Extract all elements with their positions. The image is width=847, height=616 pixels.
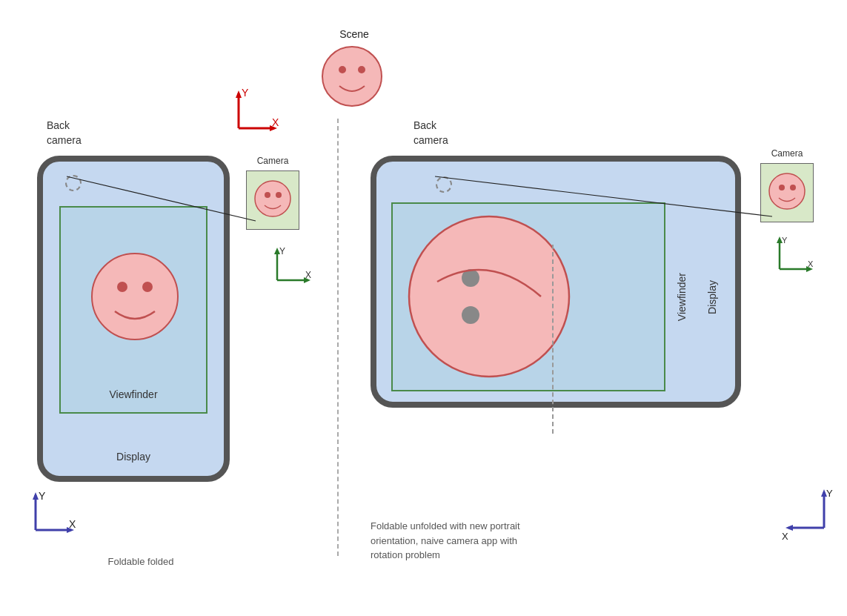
svg-marker-4 bbox=[236, 90, 242, 98]
connector-line-left bbox=[37, 156, 304, 304]
scene-face bbox=[319, 43, 385, 110]
foldable-caption-left: Foldable folded bbox=[52, 556, 230, 567]
main-container: Scene Y X Backcamera bbox=[0, 0, 847, 616]
coord-sensor-left: Y X bbox=[267, 245, 319, 289]
svg-point-29 bbox=[462, 306, 479, 324]
svg-point-2 bbox=[358, 66, 365, 73]
svg-point-1 bbox=[339, 66, 346, 73]
foldable-caption-right: Foldable unfolded with new portraitorien… bbox=[371, 519, 593, 563]
svg-text:Y: Y bbox=[782, 236, 788, 245]
scene-label: Scene bbox=[332, 28, 376, 40]
svg-text:X: X bbox=[272, 116, 279, 128]
svg-point-0 bbox=[322, 47, 382, 106]
svg-text:Y: Y bbox=[39, 490, 46, 502]
back-camera-label-right: Backcamera bbox=[413, 119, 448, 148]
svg-text:X: X bbox=[305, 270, 311, 280]
svg-text:Y: Y bbox=[826, 488, 833, 499]
coord-bottom-left: Y X bbox=[22, 489, 82, 541]
svg-text:Y: Y bbox=[242, 87, 249, 99]
coord-bottom-right: Y X bbox=[778, 482, 837, 541]
svg-line-15 bbox=[67, 176, 256, 221]
display-label-left: Display bbox=[43, 451, 224, 463]
viewfinder-label-text-left: Viewfinder bbox=[61, 388, 206, 400]
connector-line-right bbox=[371, 156, 815, 304]
svg-text:X: X bbox=[782, 531, 788, 542]
svg-marker-45 bbox=[785, 525, 793, 531]
svg-marker-23 bbox=[33, 492, 39, 500]
svg-text:X: X bbox=[69, 518, 76, 530]
svg-text:Y: Y bbox=[279, 246, 285, 256]
divider bbox=[337, 119, 339, 556]
svg-line-34 bbox=[435, 176, 772, 216]
back-camera-label-left: Backcamera bbox=[47, 119, 82, 148]
svg-text:X: X bbox=[808, 259, 814, 268]
coord-sensor-right: Y X bbox=[769, 234, 821, 278]
coord-top-axes: Y X bbox=[224, 87, 283, 139]
